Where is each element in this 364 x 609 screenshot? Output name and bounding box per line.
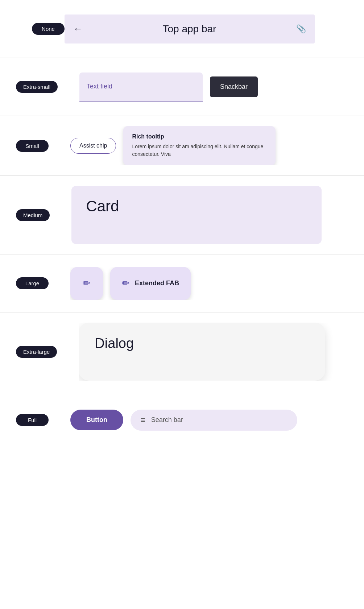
dialog-title: Dialog bbox=[95, 336, 134, 351]
extended-fab-button[interactable]: ✏ Extended FAB bbox=[110, 267, 191, 300]
rich-tooltip: Rich tooltip Lorem ipsum dolor sit am ad… bbox=[123, 126, 276, 165]
filled-button[interactable]: Button bbox=[70, 410, 123, 430]
snackbar: Snackbar bbox=[210, 76, 258, 97]
row-none: None ← Top app bar 📎 bbox=[0, 0, 364, 58]
search-bar-menu-icon: ≡ bbox=[141, 415, 145, 425]
text-field-label: Text field bbox=[87, 83, 112, 90]
row-large: Large ✏ ✏ Extended FAB bbox=[0, 254, 364, 312]
text-field[interactable]: Text field bbox=[79, 72, 203, 102]
size-label-extra-small: Extra-small bbox=[16, 81, 58, 93]
card-title: Card bbox=[86, 198, 119, 215]
search-bar[interactable]: ≡ Search bar bbox=[131, 410, 297, 431]
size-label-none: None bbox=[32, 23, 65, 35]
row-small: Small Assist chip Rich tooltip Lorem ips… bbox=[0, 116, 364, 176]
dialog[interactable]: Dialog bbox=[79, 323, 325, 381]
size-label-extra-large: Extra-large bbox=[16, 346, 57, 358]
row-medium-content: Card bbox=[71, 186, 364, 244]
size-label-medium: Medium bbox=[16, 209, 50, 221]
rich-tooltip-title: Rich tooltip bbox=[132, 133, 267, 140]
row-full: Full Button ≡ Search bar bbox=[0, 391, 364, 449]
card[interactable]: Card bbox=[71, 186, 322, 244]
snackbar-label: Snackbar bbox=[220, 83, 248, 90]
top-app-bar: ← Top app bar 📎 bbox=[65, 14, 315, 44]
row-extra-large-content: Dialog bbox=[79, 323, 364, 381]
fab-button[interactable]: ✏ bbox=[70, 267, 103, 300]
search-bar-label: Search bar bbox=[151, 416, 183, 424]
row-extra-small: Extra-small Text field Snackbar bbox=[0, 58, 364, 116]
assist-chip-label: Assist chip bbox=[79, 142, 107, 149]
row-large-content: ✏ ✏ Extended FAB bbox=[70, 267, 364, 300]
row-full-content: Button ≡ Search bar bbox=[70, 410, 364, 431]
row-extra-large: Extra-large Dialog bbox=[0, 312, 364, 391]
button-label: Button bbox=[86, 416, 107, 423]
extended-fab-label: Extended FAB bbox=[135, 279, 179, 287]
row-extra-small-content: Text field Snackbar bbox=[79, 72, 364, 102]
row-medium: Medium Card bbox=[0, 176, 364, 254]
back-icon[interactable]: ← bbox=[73, 23, 83, 34]
top-app-bar-title: Top app bar bbox=[163, 23, 216, 35]
attach-icon[interactable]: 📎 bbox=[296, 24, 306, 34]
extended-fab-icon: ✏ bbox=[122, 278, 130, 289]
rich-tooltip-body: Lorem ipsum dolor sit am adipiscing elit… bbox=[132, 143, 267, 158]
row-small-content: Assist chip Rich tooltip Lorem ipsum dol… bbox=[70, 126, 364, 165]
assist-chip[interactable]: Assist chip bbox=[70, 138, 116, 154]
fab-icon: ✏ bbox=[83, 278, 91, 289]
size-label-small: Small bbox=[16, 140, 49, 152]
size-label-full: Full bbox=[16, 414, 49, 426]
size-label-large: Large bbox=[16, 277, 49, 289]
row-none-content: ← Top app bar 📎 bbox=[65, 14, 364, 44]
